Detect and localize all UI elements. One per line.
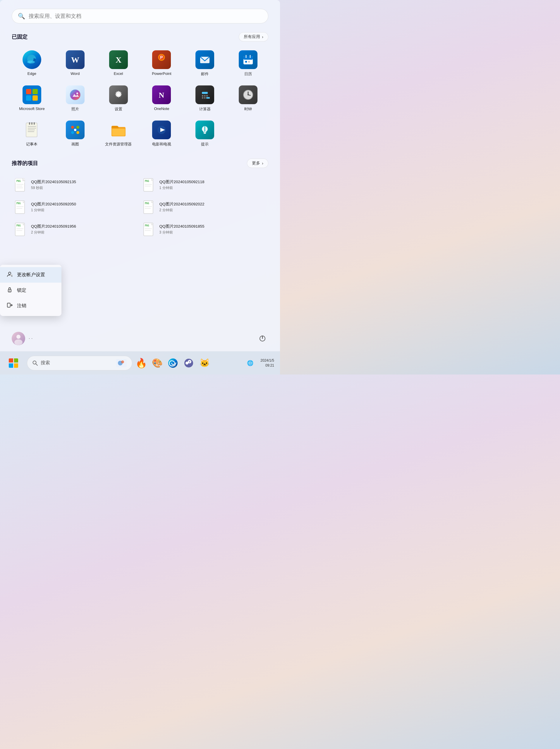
- pinned-app-grid: Edge W Word X Excel P PowerPoint: [12, 47, 268, 150]
- all-apps-button[interactable]: 所有应用 ›: [239, 32, 268, 42]
- taskbar-center: 搜索 🔥 🎨 T 🐱: [27, 356, 238, 370]
- svg-text:PNG: PNG: [145, 224, 149, 227]
- svg-text:P: P: [160, 55, 163, 60]
- svg-line-102: [36, 364, 38, 365]
- app-settings[interactable]: 设置: [98, 83, 139, 115]
- lock-icon: [6, 287, 13, 294]
- taskbar-icon-chat[interactable]: T: [182, 356, 195, 370]
- svg-text:⚙: ⚙: [10, 274, 12, 277]
- rec-time-2: 1 分钟前: [31, 208, 76, 213]
- svg-rect-26: [206, 95, 208, 97]
- svg-rect-29: [206, 97, 210, 99]
- rec-item-1[interactable]: PNG QQ图片20240105092118 1 分钟前: [140, 174, 268, 196]
- svg-rect-39: [29, 122, 30, 125]
- taskbar-search-icon: [33, 361, 38, 366]
- svg-rect-99: [7, 303, 10, 307]
- rec-item-0[interactable]: PNG QQ图片20240105092135 59 秒前: [12, 174, 140, 196]
- taskbar-icon-edge[interactable]: [166, 356, 180, 370]
- more-button[interactable]: 更多 ›: [247, 158, 268, 168]
- svg-point-42: [71, 126, 74, 129]
- user-dots: · ·: [29, 336, 33, 341]
- taskbar-icon-colorwheel[interactable]: 🎨: [150, 356, 164, 370]
- taskbar-system-tray[interactable]: 🌐: [243, 356, 257, 370]
- rec-name-1: QQ图片20240105092118: [159, 179, 204, 185]
- svg-point-91: [14, 339, 23, 345]
- taskbar-icon-cat[interactable]: 🐱: [198, 356, 211, 370]
- taskbar-search[interactable]: 搜索: [27, 356, 132, 370]
- app-edge[interactable]: Edge: [12, 47, 52, 80]
- app-excel-label: Excel: [114, 71, 123, 76]
- rec-info-1: QQ图片20240105092118 1 分钟前: [159, 179, 204, 191]
- taskbar-icon-flame[interactable]: 🔥: [135, 356, 148, 370]
- file-icon-0: PNG: [15, 178, 27, 192]
- taskbar-search-decoration: [116, 359, 127, 367]
- app-paint-label: 画图: [71, 142, 79, 147]
- svg-text:PNG: PNG: [16, 224, 21, 227]
- svg-text:PNG: PNG: [16, 202, 21, 205]
- rec-item-4[interactable]: PNG QQ图片20240105091956 2 分钟前: [12, 218, 140, 240]
- app-onenote[interactable]: N OneNote: [141, 83, 182, 115]
- svg-point-19: [77, 92, 78, 94]
- svg-point-101: [33, 361, 36, 364]
- svg-point-46: [74, 129, 77, 131]
- context-item-account[interactable]: ⚙ 更改帐户设置: [0, 267, 61, 283]
- svg-text:N: N: [159, 91, 165, 100]
- file-icon-2: PNG: [15, 200, 27, 214]
- app-calc[interactable]: 计算器: [185, 83, 225, 115]
- taskbar-clock[interactable]: 2024/1/5 09:21: [260, 358, 274, 368]
- context-menu: ⚙ 更改帐户设置 锁定 注销: [0, 265, 61, 316]
- recommended-title: 推荐的项目: [12, 160, 38, 167]
- app-paint[interactable]: 画图: [55, 117, 95, 150]
- rec-info-3: QQ图片20240105092022 2 分钟前: [159, 201, 204, 213]
- svg-rect-14: [26, 89, 31, 94]
- file-icon-4: PNG: [15, 222, 27, 236]
- svg-point-56: [204, 131, 206, 132]
- svg-text:T: T: [189, 361, 191, 363]
- app-photos[interactable]: 照片: [55, 83, 95, 115]
- app-excel[interactable]: X Excel: [98, 47, 139, 80]
- context-signout-label: 注销: [17, 303, 26, 309]
- search-bar[interactable]: 🔍: [12, 9, 268, 23]
- rec-info-4: QQ图片20240105091956 2 分钟前: [31, 224, 76, 235]
- signout-icon: [6, 302, 13, 309]
- search-icon: 🔍: [18, 13, 25, 20]
- app-mail[interactable]: 邮件: [185, 47, 225, 80]
- pinned-header: 已固定 所有应用 ›: [12, 32, 268, 42]
- rec-item-3[interactable]: PNG QQ图片20240105092022 2 分钟前: [140, 196, 268, 218]
- rec-name-0: QQ图片20240105092135: [31, 179, 76, 185]
- svg-rect-13: [248, 61, 250, 63]
- taskbar-search-text: 搜索: [41, 360, 50, 366]
- app-word[interactable]: W Word: [55, 47, 95, 80]
- search-input[interactable]: [29, 13, 262, 19]
- app-movies[interactable]: 电影和电视: [141, 117, 182, 150]
- svg-rect-54: [203, 133, 206, 134]
- app-notepad[interactable]: 记事本: [12, 117, 52, 150]
- rec-item-5[interactable]: PNG QQ图片20240105091855 3 分钟前: [140, 218, 268, 240]
- svg-rect-28: [204, 97, 206, 99]
- taskbar: 搜索 🔥 🎨 T 🐱 🌐 2024/1/5 09:21: [0, 351, 280, 374]
- app-notepad-label: 记事本: [26, 142, 38, 147]
- user-info[interactable]: · ·: [12, 332, 33, 345]
- avatar: [12, 332, 25, 345]
- app-photos-label: 照片: [71, 107, 79, 112]
- app-calendar[interactable]: 日历: [228, 47, 268, 80]
- rec-name-5: QQ图片20240105091855: [159, 224, 204, 229]
- power-button[interactable]: [257, 333, 268, 344]
- app-mail-label: 邮件: [201, 71, 209, 77]
- start-button[interactable]: [6, 356, 21, 371]
- app-ppt[interactable]: P PowerPoint: [141, 47, 182, 80]
- app-tips[interactable]: 提示: [185, 117, 225, 150]
- context-item-signout[interactable]: 注销: [0, 298, 61, 314]
- rec-time-3: 2 分钟前: [159, 208, 204, 213]
- app-settings-label: 设置: [115, 107, 122, 112]
- app-explorer[interactable]: 文件资源管理器: [98, 117, 139, 150]
- rec-name-3: QQ图片20240105092022: [159, 201, 204, 207]
- file-icon-1: PNG: [143, 178, 155, 192]
- account-icon: ⚙: [6, 271, 13, 279]
- svg-rect-15: [33, 89, 38, 94]
- app-clock[interactable]: 时钟: [228, 83, 268, 115]
- rec-item-2[interactable]: PNG QQ图片20240105092050 1 分钟前: [12, 196, 140, 218]
- context-item-lock[interactable]: 锁定: [0, 283, 61, 298]
- app-store[interactable]: Microsoft Store: [12, 83, 52, 115]
- svg-rect-41: [34, 122, 35, 125]
